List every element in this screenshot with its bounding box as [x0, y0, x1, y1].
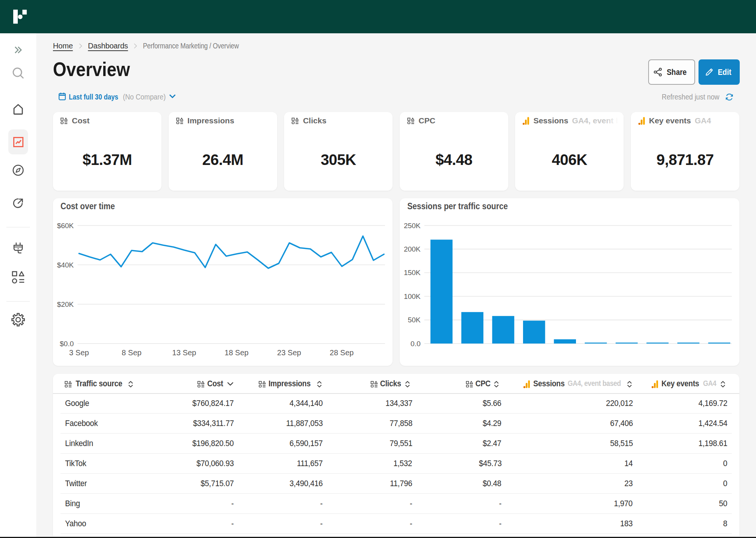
svg-text:0.0: 0.0 [411, 340, 421, 348]
svg-text:23 Sep: 23 Sep [277, 348, 301, 357]
svg-text:13 Sep: 13 Sep [172, 348, 196, 357]
svg-text:50K: 50K [408, 316, 421, 324]
svg-text:$0.0: $0.0 [60, 340, 74, 348]
svg-text:28 Sep: 28 Sep [330, 348, 354, 357]
svg-text:100K: 100K [404, 292, 421, 300]
svg-text:200K: 200K [404, 245, 421, 253]
svg-text:8 Sep: 8 Sep [122, 348, 141, 357]
svg-text:250K: 250K [404, 222, 421, 230]
svg-text:$40K: $40K [57, 261, 74, 269]
svg-text:$60K: $60K [57, 222, 74, 230]
svg-text:$20K: $20K [57, 300, 74, 308]
svg-text:18 Sep: 18 Sep [225, 348, 248, 357]
svg-text:3 Sep: 3 Sep [69, 348, 89, 357]
svg-text:150K: 150K [404, 269, 421, 277]
